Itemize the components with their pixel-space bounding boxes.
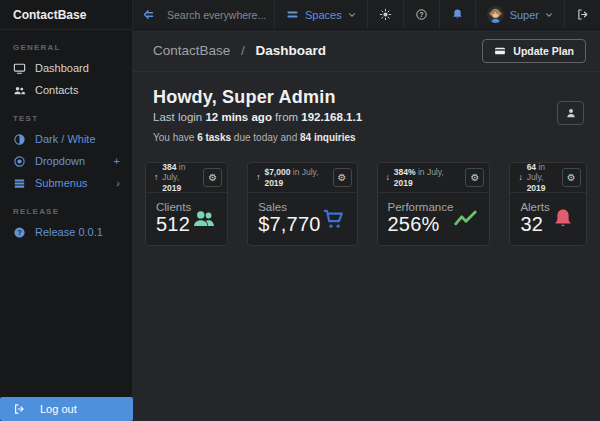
sidebar-item-label: Dashboard	[35, 62, 89, 74]
welcome-text-block: Howdy, Super Admin Last login 12 mins ag…	[153, 87, 362, 143]
credit-card-icon	[494, 45, 506, 57]
people-icon	[191, 206, 217, 232]
stat-card-sales: ↑ $7,000 in July, 2019 ⚙ Sales $7,770	[247, 162, 357, 246]
sidebar: ContactBase GENERAL Dashboard Contacts T…	[0, 0, 133, 421]
theme-toggle-button[interactable]	[367, 0, 403, 29]
cart-icon	[321, 206, 347, 232]
card-settings-button[interactable]: ⚙	[465, 168, 484, 187]
people-icon	[13, 84, 26, 97]
sidebar-item-contacts[interactable]: Contacts	[0, 79, 132, 101]
trend-text: ↓ 384% in July, 2019	[386, 167, 462, 188]
sidebar-item-label: Release 0.0.1	[35, 226, 103, 238]
gear-icon: ⚙	[470, 173, 479, 183]
card-header: ↓ 384% in July, 2019 ⚙	[378, 163, 490, 193]
metric-value: 32	[520, 213, 549, 236]
chevron-right-icon: ›	[116, 177, 120, 189]
trend-text: ↑ 384 in July, 2019	[154, 162, 199, 194]
question-circle-icon: ?	[13, 226, 26, 239]
metric-value: 512	[156, 213, 191, 236]
help-button[interactable]: ?	[403, 0, 439, 29]
trend-line-icon	[453, 206, 479, 232]
breadcrumb-bar: ContactBase / Dashboard Update Plan	[133, 30, 600, 72]
update-plan-button[interactable]: Update Plan	[482, 39, 586, 63]
bell-icon	[451, 8, 464, 21]
signout-button[interactable]	[564, 0, 600, 29]
chevron-down-icon	[545, 11, 553, 19]
card-header: ↑ $7,000 in July, 2019 ⚙	[248, 163, 356, 193]
welcome-section: Howdy, Super Admin Last login 12 mins ag…	[133, 72, 600, 143]
expand-plus-icon: +	[114, 155, 120, 167]
user-menu[interactable]: Super	[475, 0, 564, 29]
spaces-menu[interactable]: Spaces	[274, 0, 367, 29]
search-input[interactable]	[163, 0, 274, 29]
spaces-label: Spaces	[305, 9, 342, 21]
chevron-down-icon	[348, 11, 356, 19]
gear-icon: ⚙	[338, 173, 347, 183]
logout-button[interactable]: Log out	[0, 397, 133, 421]
trend-down-icon: ↓	[518, 172, 522, 183]
gear-icon: ⚙	[567, 173, 576, 183]
stat-card-performance: ↓ 384% in July, 2019 ⚙ Performance 256%	[377, 162, 491, 246]
metric-value: 256%	[388, 213, 454, 236]
stat-card-alerts: ↓ 64 in July, 2019 ⚙ Alerts 32	[509, 162, 586, 246]
sidebar-section-test: TEST	[0, 101, 132, 128]
card-settings-button[interactable]: ⚙	[333, 168, 352, 187]
stat-card-clients: ↑ 384 in July, 2019 ⚙ Clients 512	[145, 162, 228, 246]
tasks-summary-text: You have 6 tasks due today and 84 inquir…	[153, 132, 362, 143]
person-icon	[565, 107, 577, 119]
help-circle-icon: ?	[415, 8, 428, 21]
sidebar-item-dashboard[interactable]: Dashboard	[0, 57, 132, 79]
trend-up-icon: ↑	[154, 172, 158, 183]
card-header: ↑ 384 in July, 2019 ⚙	[146, 163, 227, 193]
bell-icon	[550, 206, 576, 232]
card-body: Clients 512	[146, 193, 227, 245]
sidebar-item-dark-white[interactable]: Dark / White	[0, 128, 132, 150]
sun-icon	[379, 8, 392, 21]
top-navbar: Spaces ?	[133, 0, 600, 30]
sidebar-item-submenus[interactable]: Submenus ›	[0, 172, 132, 194]
card-body: Performance 256%	[378, 193, 490, 245]
profile-button[interactable]	[557, 101, 584, 125]
sidebar-collapse-icon[interactable]	[133, 0, 163, 29]
page-title: Howdy, Super Admin	[153, 87, 362, 108]
svg-text:?: ?	[419, 11, 423, 18]
card-settings-button[interactable]: ⚙	[203, 168, 222, 187]
sidebar-item-label: Contacts	[35, 84, 78, 96]
menu-icon	[286, 8, 299, 21]
card-header: ↓ 64 in July, 2019 ⚙	[510, 163, 585, 193]
metric-label: Performance	[388, 201, 454, 213]
metric-label: Clients	[156, 201, 191, 213]
monitor-icon	[13, 62, 26, 75]
trend-up-icon: ↑	[256, 172, 260, 183]
breadcrumb-parent[interactable]: ContactBase	[153, 43, 230, 58]
sidebar-item-release[interactable]: ? Release 0.0.1	[0, 221, 132, 243]
sidebar-section-general: GENERAL	[0, 30, 132, 57]
main-content: Spaces ?	[133, 0, 600, 421]
sidebar-item-label: Dark / White	[35, 133, 96, 145]
card-body: Sales $7,770	[248, 193, 356, 245]
logout-icon	[13, 403, 25, 415]
breadcrumb-separator: /	[241, 43, 245, 58]
stat-cards-row: ↑ 384 in July, 2019 ⚙ Clients 512	[145, 162, 580, 246]
card-body: Alerts 32	[510, 193, 585, 245]
sidebar-item-dropdown[interactable]: Dropdown +	[0, 150, 132, 172]
trend-down-icon: ↓	[386, 172, 390, 183]
metric-value: $7,770	[258, 213, 320, 236]
svg-text:?: ?	[17, 228, 21, 235]
dot-circle-icon	[13, 155, 26, 168]
logout-label: Log out	[40, 403, 77, 415]
update-plan-label: Update Plan	[513, 45, 574, 57]
breadcrumb: ContactBase / Dashboard	[153, 43, 326, 58]
theme-contrast-icon	[13, 133, 26, 146]
sidebar-section-release: RELEASE	[0, 194, 132, 221]
notifications-button[interactable]	[439, 0, 475, 29]
exit-icon	[576, 8, 589, 21]
trend-text: ↓ 64 in July, 2019	[518, 162, 557, 194]
brand-title: ContactBase	[0, 0, 132, 30]
sidebar-item-label: Dropdown	[35, 155, 85, 167]
avatar	[487, 6, 504, 23]
gear-icon: ⚙	[208, 173, 217, 183]
card-settings-button[interactable]: ⚙	[562, 168, 581, 187]
last-login-text: Last login 12 mins ago from 192.168.1.1	[153, 111, 362, 123]
metric-label: Sales	[258, 201, 320, 213]
